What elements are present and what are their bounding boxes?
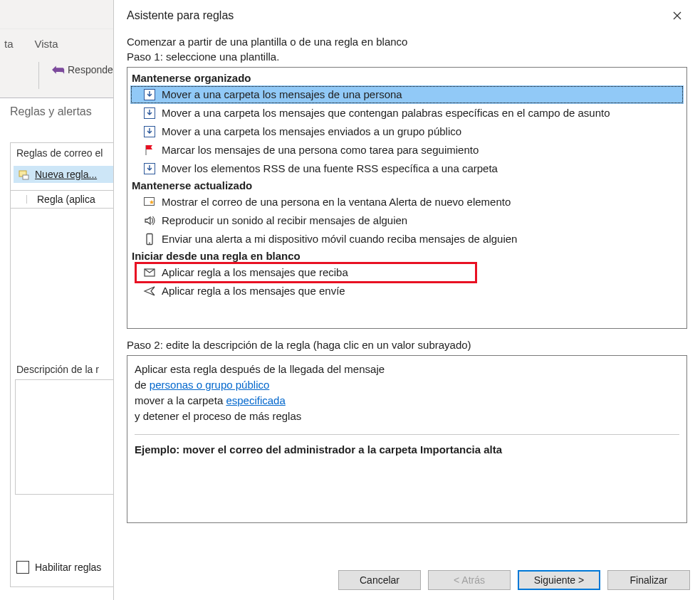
template-flag-followup[interactable]: Marcar los mensajes de una persona como … — [130, 141, 684, 159]
envelope-icon — [143, 266, 156, 279]
new-rule-button[interactable]: Nueva regla... — [14, 166, 113, 183]
desc-line3: mover a la carpeta especificada — [135, 393, 679, 409]
desc-link-people[interactable]: personas o grupo público — [150, 379, 269, 391]
new-rule-icon — [18, 168, 31, 181]
reply-arrow-icon: ➦ — [52, 62, 65, 78]
back-button: < Atrás — [428, 570, 511, 590]
alert-star-icon — [143, 196, 156, 209]
template-list: Mantenerse organizado Mover a una carpet… — [127, 67, 687, 329]
template-move-person[interactable]: Mover a una carpeta los mensajes de una … — [130, 85, 684, 104]
next-button[interactable]: Siguiente > — [518, 570, 600, 590]
dialog-title: Asistente para reglas — [127, 9, 234, 22]
rules-panel-heading: Reglas de correo el — [16, 147, 112, 159]
cancel-button[interactable]: Cancelar — [338, 570, 421, 590]
intro-text: Comenzar a partir de una plantilla o de … — [127, 36, 687, 48]
close-icon — [673, 11, 681, 20]
rule-description-box: Aplicar esta regla después de la llegada… — [127, 355, 687, 523]
dialog-titlebar: Asistente para reglas — [114, 0, 700, 30]
desc-example: Ejemplo: mover el correo del administrad… — [135, 442, 679, 458]
section-blank: Iniciar desde una regla en blanco — [132, 250, 682, 262]
close-button[interactable] — [664, 6, 690, 26]
send-icon — [143, 285, 156, 298]
rules-description-box — [15, 379, 120, 495]
move-folder-icon — [143, 88, 156, 101]
desc-link-folder[interactable]: especificada — [226, 394, 285, 406]
move-folder-icon — [143, 162, 156, 175]
flag-icon — [143, 144, 156, 157]
step2-label: Paso 2: edite la descripción de la regla… — [127, 339, 687, 351]
checkbox-icon — [16, 561, 29, 574]
svg-rect-1 — [23, 175, 28, 179]
enable-rules-checkbox[interactable]: Habilitar reglas — [16, 561, 101, 574]
separator — [135, 434, 679, 435]
step1-label: Paso 1: seleccione una plantilla. — [127, 51, 687, 63]
tab-ta[interactable]: ta — [4, 38, 14, 50]
rules-panel: Reglas de correo el Nueva regla... Regla… — [10, 142, 118, 587]
rules-description-label: Descripción de la r — [16, 364, 99, 375]
section-updated: Mantenerse actualizado — [132, 179, 682, 191]
svg-point-10 — [149, 243, 150, 244]
ribbon-responder[interactable]: ➦ Responde — [52, 62, 113, 78]
template-alert-window[interactable]: Mostrar el correo de una persona en la v… — [130, 193, 684, 211]
sound-icon — [143, 214, 156, 227]
desc-line2: de personas o grupo público — [135, 377, 679, 393]
mobile-icon — [143, 233, 156, 246]
rules-table-header: Regla (aplica — [11, 190, 117, 209]
template-play-sound[interactable]: Reproducir un sonido al recibir mensajes… — [130, 211, 684, 230]
template-mobile-alert[interactable]: Enviar una alerta a mi dispositivo móvil… — [130, 230, 684, 248]
template-move-subject[interactable]: Mover a una carpeta los mensajes que con… — [130, 104, 684, 122]
svg-rect-8 — [145, 198, 155, 206]
dialog-footer: Cancelar < Atrás Siguiente > Finalizar — [114, 560, 700, 600]
move-folder-icon — [143, 125, 156, 138]
template-move-group[interactable]: Mover a una carpeta los mensajes enviado… — [130, 122, 684, 141]
rules-wizard-dialog: Asistente para reglas Comenzar a partir … — [113, 0, 700, 600]
move-folder-icon — [143, 107, 156, 120]
desc-line1: Aplicar esta regla después de la llegada… — [135, 362, 679, 377]
tab-vista[interactable]: Vista — [35, 38, 58, 50]
desc-line4: y detener el proceso de más reglas — [135, 409, 679, 424]
template-apply-receive[interactable]: Aplicar regla a los mensajes que reciba — [130, 263, 684, 282]
section-organized: Mantenerse organizado — [132, 72, 682, 84]
template-move-rss[interactable]: Mover los elementos RSS de una fuente RS… — [130, 159, 684, 178]
template-apply-send[interactable]: Aplicar regla a los mensajes que envíe — [130, 282, 684, 300]
finish-button[interactable]: Finalizar — [607, 570, 690, 590]
